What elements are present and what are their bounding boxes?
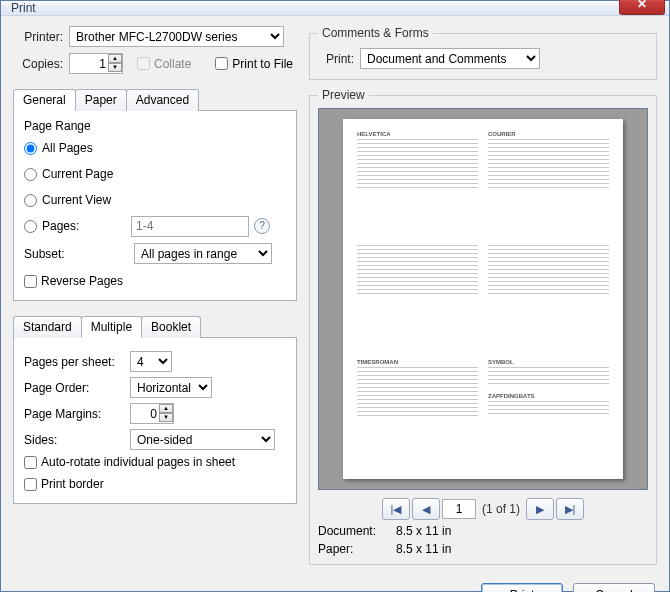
tab-multiple[interactable]: Multiple — [81, 316, 142, 338]
copies-down-button[interactable]: ▼ — [108, 63, 122, 72]
copies-up-button[interactable]: ▲ — [108, 54, 122, 63]
current-page-radio[interactable] — [24, 168, 37, 181]
page-range-label: Page Range — [24, 119, 286, 133]
sides-select[interactable]: One-sided — [130, 429, 275, 450]
prev-page-button[interactable]: ◀ — [412, 498, 440, 520]
cancel-button[interactable]: Cancel — [573, 583, 655, 592]
all-pages-radio[interactable] — [24, 142, 37, 155]
first-page-button[interactable]: |◀ — [382, 498, 410, 520]
collate-checkbox — [137, 57, 150, 70]
pages-per-sheet-label: Pages per sheet: — [24, 355, 124, 369]
mini-title-4: TIMESROMAN — [357, 359, 478, 365]
subset-label: Subset: — [24, 247, 72, 261]
print-dialog: Print ✕ Printer: Brother MFC-L2700DW ser… — [0, 0, 670, 592]
multiple-tabpanel: Pages per sheet: 4 Page Order: Horizonta… — [13, 337, 297, 504]
document-size-label: Document: — [318, 524, 390, 538]
layout-tabs: Standard Multiple Booklet — [13, 316, 297, 338]
left-column: Printer: Brother MFC-L2700DW series Copi… — [13, 26, 297, 573]
copies-row: Copies: ▲ ▼ Collate Print to File — [13, 53, 297, 74]
tab-advanced[interactable]: Advanced — [126, 89, 199, 111]
tab-standard[interactable]: Standard — [13, 316, 82, 338]
pages-input[interactable] — [131, 216, 249, 237]
mini-title-0: HELVETICA — [357, 131, 478, 137]
tab-general[interactable]: General — [13, 89, 76, 111]
collate-label: Collate — [154, 57, 191, 71]
print-to-file-checkbox[interactable] — [215, 57, 228, 70]
preview-canvas: HELVETICA COURIER TIMESROMAN SYMBOLZAPFD… — [318, 108, 648, 490]
next-page-button[interactable]: ▶ — [526, 498, 554, 520]
main-tabs: General Paper Advanced — [13, 89, 297, 111]
comments-forms-legend: Comments & Forms — [318, 26, 433, 40]
current-page-input[interactable] — [442, 499, 476, 519]
window-title: Print — [11, 1, 619, 15]
page-order-select[interactable]: Horizontal — [130, 377, 212, 398]
preview-legend: Preview — [318, 88, 369, 102]
dialog-buttons: Print Cancel — [1, 577, 669, 592]
sides-label: Sides: — [24, 433, 124, 447]
pages-per-sheet-select[interactable]: 4 — [130, 351, 172, 372]
printer-label: Printer: — [13, 30, 63, 44]
all-pages-label: All Pages — [42, 141, 93, 155]
preview-group: Preview HELVETICA COURIER TIMESROMAN SYM… — [309, 88, 657, 565]
auto-rotate-label: Auto-rotate individual pages in sheet — [41, 455, 235, 469]
subset-select[interactable]: All pages in range — [134, 243, 272, 264]
last-page-button[interactable]: ▶| — [556, 498, 584, 520]
mini-title-1: COURIER — [488, 131, 609, 137]
current-view-label: Current View — [42, 193, 111, 207]
mini-title-7: ZAPFDINGBATS — [488, 393, 609, 399]
pages-radio[interactable] — [24, 220, 37, 233]
print-button[interactable]: Print — [481, 583, 563, 592]
print-border-label: Print border — [41, 477, 104, 491]
right-column: Comments & Forms Print: Document and Com… — [309, 26, 657, 573]
page-total-label: (1 of 1) — [482, 502, 520, 516]
page-margins-spinner: ▲ ▼ — [130, 403, 174, 424]
copies-spinner: ▲ ▼ — [69, 53, 123, 74]
auto-rotate-checkbox[interactable] — [24, 456, 37, 469]
comments-forms-group: Comments & Forms Print: Document and Com… — [309, 26, 657, 80]
reverse-pages-checkbox[interactable] — [24, 275, 37, 288]
comments-print-label: Print: — [318, 52, 354, 66]
document-size-value: 8.5 x 11 in — [396, 524, 451, 538]
preview-page: HELVETICA COURIER TIMESROMAN SYMBOLZAPFD… — [343, 119, 623, 479]
margins-up-button[interactable]: ▲ — [159, 404, 173, 413]
comments-print-select[interactable]: Document and Comments — [360, 48, 540, 69]
printer-select[interactable]: Brother MFC-L2700DW series — [69, 26, 284, 47]
pages-help-icon[interactable]: ? — [254, 218, 270, 234]
titlebar: Print ✕ — [1, 1, 669, 16]
print-border-checkbox[interactable] — [24, 478, 37, 491]
preview-nav: |◀ ◀ (1 of 1) ▶ ▶| — [318, 498, 648, 520]
page-order-label: Page Order: — [24, 381, 124, 395]
paper-size-label: Paper: — [318, 542, 390, 556]
mini-title-5: SYMBOL — [488, 359, 609, 365]
content-area: Printer: Brother MFC-L2700DW series Copi… — [1, 16, 669, 577]
current-view-radio[interactable] — [24, 194, 37, 207]
tab-booklet[interactable]: Booklet — [141, 316, 201, 338]
printer-row: Printer: Brother MFC-L2700DW series — [13, 26, 297, 47]
print-to-file-label: Print to File — [232, 57, 293, 71]
tab-paper[interactable]: Paper — [75, 89, 127, 111]
paper-size-value: 8.5 x 11 in — [396, 542, 451, 556]
general-tabpanel: Page Range All Pages Current Page Curren… — [13, 110, 297, 301]
copies-label: Copies: — [13, 57, 63, 71]
pages-label: Pages: — [42, 219, 96, 233]
current-page-label: Current Page — [42, 167, 113, 181]
page-margins-label: Page Margins: — [24, 407, 124, 421]
reverse-pages-label: Reverse Pages — [41, 274, 123, 288]
margins-down-button[interactable]: ▼ — [159, 413, 173, 422]
close-button[interactable]: ✕ — [619, 0, 665, 15]
